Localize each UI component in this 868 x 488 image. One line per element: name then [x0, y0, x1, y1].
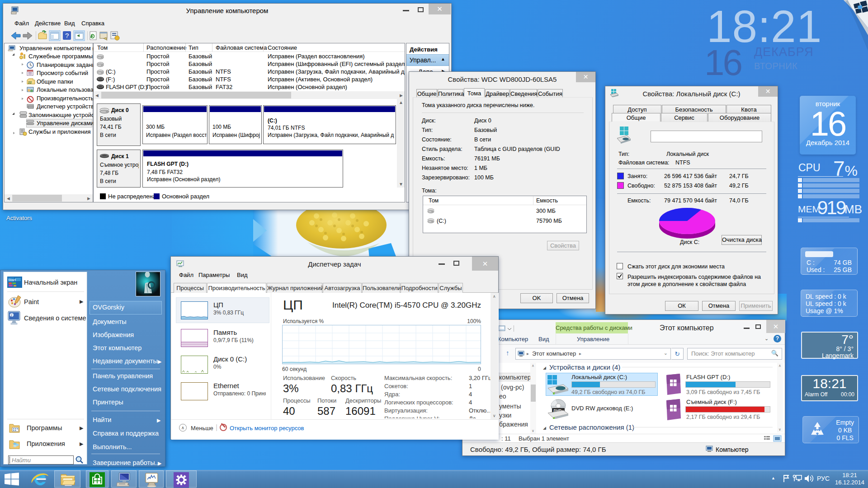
svg-text:i: i	[11, 313, 12, 318]
svg-text:Start: Start	[8, 278, 16, 282]
svg-text:22: 22	[28, 81, 32, 84]
svg-text:?: ?	[65, 32, 69, 39]
